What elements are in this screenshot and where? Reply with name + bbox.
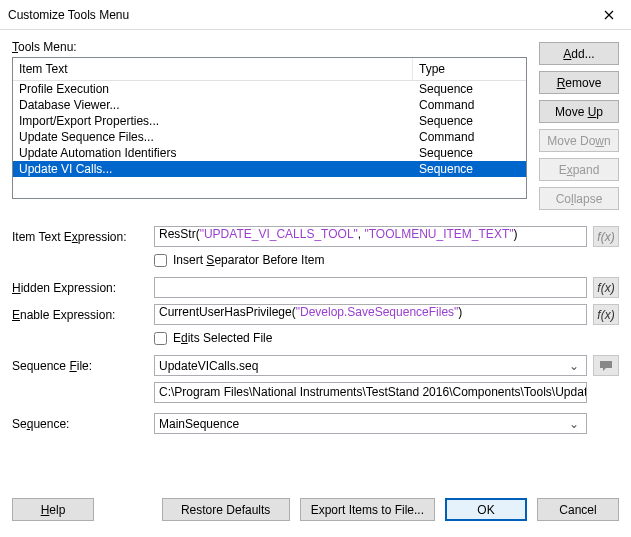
list-item-type: Command: [413, 129, 526, 145]
edits-selected-file-checkbox[interactable]: [154, 332, 167, 345]
list-item-type: Command: [413, 97, 526, 113]
list-item[interactable]: Update Automation IdentifiersSequence: [13, 145, 526, 161]
item-text-expr-input[interactable]: ResStr("UPDATE_VI_CALLS_TOOL", "TOOLMENU…: [154, 226, 587, 247]
restore-defaults-button[interactable]: Restore Defaults: [162, 498, 290, 521]
sequence-combo[interactable]: MainSequence ⌄: [154, 413, 587, 434]
list-item[interactable]: Profile ExecutionSequence: [13, 81, 526, 97]
list-item-type: Sequence: [413, 113, 526, 129]
close-icon: [604, 10, 614, 20]
close-button[interactable]: [587, 0, 631, 30]
move-down-button[interactable]: Move Down: [539, 129, 619, 152]
list-header: Item Text Type: [13, 58, 526, 81]
enable-expr-label: Enable Expression:: [12, 308, 154, 322]
titlebar: Customize Tools Menu: [0, 0, 631, 30]
export-items-button[interactable]: Export Items to File...: [300, 498, 435, 521]
list-item-type: Sequence: [413, 145, 526, 161]
list-item-text: Update VI Calls...: [13, 161, 413, 177]
fx-button-itemtext[interactable]: f(x): [593, 226, 619, 247]
list-item-text: Update Automation Identifiers: [13, 145, 413, 161]
list-item-type: Sequence: [413, 161, 526, 177]
list-item[interactable]: Database Viewer...Command: [13, 97, 526, 113]
edits-selected-file-label[interactable]: Edits Selected File: [173, 331, 272, 345]
fx-button-hidden[interactable]: f(x): [593, 277, 619, 298]
list-item-text: Update Sequence Files...: [13, 129, 413, 145]
browse-file-button[interactable]: [593, 355, 619, 376]
help-button[interactable]: Help: [12, 498, 94, 521]
window-title: Customize Tools Menu: [8, 8, 587, 22]
collapse-button[interactable]: Collapse: [539, 187, 619, 210]
fx-button-enable[interactable]: f(x): [593, 304, 619, 325]
move-up-button[interactable]: Move Up: [539, 100, 619, 123]
speech-bubble-icon: [599, 360, 613, 372]
tools-menu-label: Tools Menu:: [12, 40, 527, 54]
sequence-file-combo[interactable]: UpdateVICalls.seq ⌄: [154, 355, 587, 376]
chevron-down-icon: ⌄: [566, 359, 582, 373]
list-item[interactable]: Update VI Calls...Sequence: [13, 161, 526, 177]
remove-button[interactable]: Remove: [539, 71, 619, 94]
sequence-file-label: Sequence File:: [12, 359, 154, 373]
sequence-label: Sequence:: [12, 417, 154, 431]
list-item-text: Profile Execution: [13, 81, 413, 97]
ok-button[interactable]: OK: [445, 498, 527, 521]
sequence-file-path: C:\Program Files\National Instruments\Te…: [154, 382, 587, 403]
col-header-type[interactable]: Type: [413, 58, 526, 80]
enable-expr-input[interactable]: CurrentUserHasPrivilege("Develop.SaveSeq…: [154, 304, 587, 325]
list-item[interactable]: Import/Export Properties...Sequence: [13, 113, 526, 129]
list-item-text: Import/Export Properties...: [13, 113, 413, 129]
item-text-expr-label: Item Text Expression:: [12, 230, 154, 244]
cancel-button[interactable]: Cancel: [537, 498, 619, 521]
insert-separator-label[interactable]: Insert Separator Before Item: [173, 253, 324, 267]
list-item[interactable]: Update Sequence Files...Command: [13, 129, 526, 145]
hidden-expr-label: Hidden Expression:: [12, 281, 154, 295]
col-header-item[interactable]: Item Text: [13, 58, 413, 80]
hidden-expr-input[interactable]: [154, 277, 587, 298]
list-item-type: Sequence: [413, 81, 526, 97]
expand-button[interactable]: Expand: [539, 158, 619, 181]
add-button[interactable]: Add...: [539, 42, 619, 65]
tools-menu-list[interactable]: Item Text Type Profile ExecutionSequence…: [12, 57, 527, 199]
list-item-text: Database Viewer...: [13, 97, 413, 113]
insert-separator-checkbox[interactable]: [154, 254, 167, 267]
chevron-down-icon: ⌄: [566, 417, 582, 431]
